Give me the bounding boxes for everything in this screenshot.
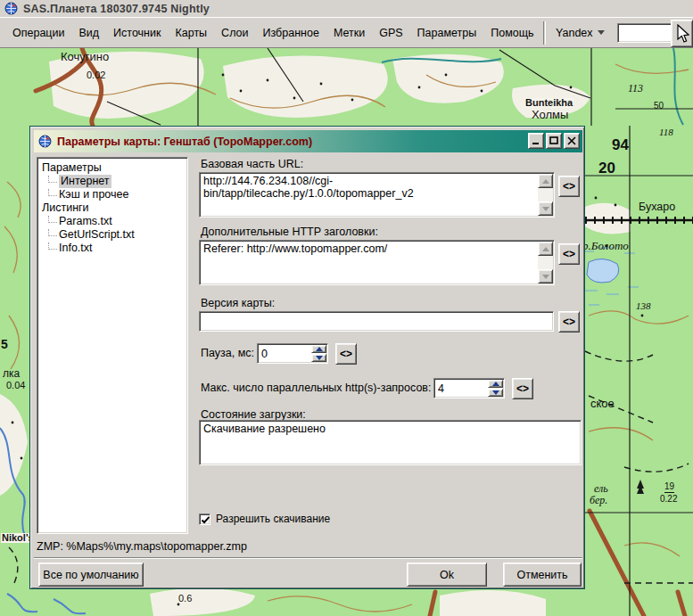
map-label: р.Болото (582, 240, 629, 251)
http-headers-field: Referer: http://www.topomapper.com/ (199, 240, 555, 285)
maximize-icon (549, 136, 558, 145)
minimize-button[interactable] (528, 133, 544, 149)
menu-gps[interactable]: GPS (372, 23, 409, 43)
menubar: Операции Вид Источник Карты Слои Избранн… (0, 17, 693, 48)
tree-node-parameters[interactable]: Параметры (37, 161, 187, 175)
arrow-down-icon (542, 207, 549, 211)
map-label: Бухаро (639, 201, 675, 213)
dialog-separator (34, 557, 582, 559)
spin-up-button[interactable] (488, 380, 503, 388)
scroll-down-button[interactable] (538, 201, 553, 216)
cancel-button[interactable]: Отменить (503, 563, 582, 587)
http-headers-label: Дополнительные HTTP заголовки: (201, 226, 378, 238)
dialog-titlebar[interactable]: Параметры карты: Генштаб (TopoMapper.com… (34, 130, 582, 152)
tree-node-label: Интернет (59, 175, 111, 188)
tree-connector (48, 229, 57, 236)
max-requests-spinner (433, 378, 505, 398)
map-label: лка (3, 368, 20, 379)
menu-operations[interactable]: Операции (5, 23, 71, 43)
max-requests-input[interactable] (435, 380, 487, 397)
close-button[interactable] (564, 133, 580, 149)
arrow-up-icon (542, 247, 549, 251)
tree-node-listings[interactable]: Листинги (37, 201, 187, 215)
map-source-button[interactable]: Yandex (549, 23, 611, 43)
map-params-dialog: Параметры карты: Генштаб (TopoMapper.com… (29, 126, 585, 589)
tree-connector (48, 242, 57, 250)
map-label: 0.02 (87, 70, 105, 80)
chevron-down-icon (598, 30, 605, 35)
base-url-edit-button[interactable]: <> (558, 176, 580, 197)
maximize-button[interactable] (546, 133, 562, 149)
map-version-edit-button[interactable]: <> (558, 311, 580, 333)
spin-up-button[interactable] (311, 345, 326, 353)
pause-input[interactable] (259, 345, 310, 362)
zmp-path: ZMP: %Maps%\my.maps\topomapper.zmp (37, 540, 247, 553)
map-source-label: Yandex (556, 27, 592, 39)
window-titlebar[interactable]: SAS.Планета 180307.9745 Nightly (0, 0, 693, 17)
download-state-textarea[interactable]: Скачивание разрешено (201, 422, 580, 464)
base-url-label: Базовая часть URL: (201, 158, 303, 170)
menu-placemarks[interactable]: Метки (326, 23, 372, 43)
menu-settings[interactable]: Параметры (410, 23, 484, 43)
http-headers-textarea[interactable]: Referer: http://www.topomapper.com/ (201, 242, 553, 283)
pause-spinner (257, 343, 328, 364)
http-headers-edit-button[interactable]: <> (558, 243, 580, 265)
menu-favorites[interactable]: Избранное (256, 23, 326, 43)
tree-node-geturlscript-txt[interactable]: GetUrlScript.txt (37, 228, 187, 242)
scroll-up-button[interactable] (538, 174, 553, 188)
tree-node-info-txt[interactable]: Info.txt (37, 242, 187, 255)
arrow-down-icon (542, 275, 549, 279)
map-version-input[interactable] (201, 313, 552, 330)
menu-help[interactable]: Помощь (483, 23, 540, 43)
tree-node-params-txt[interactable]: Params.txt (37, 215, 187, 228)
map-version-field (199, 311, 554, 332)
map-label: Кочугино (61, 51, 109, 62)
defaults-button[interactable]: Все по умолчанию (38, 563, 144, 587)
pause-edit-button[interactable]: <> (335, 343, 357, 365)
arrow-down-icon (492, 390, 499, 395)
base-url-scrollbar[interactable] (538, 174, 553, 216)
select-tool-button[interactable] (671, 20, 693, 47)
tree-node-label: Кэш и прочее (59, 188, 128, 201)
map-label: 113 (628, 83, 643, 94)
cursor-arrow-icon (675, 24, 689, 44)
download-state-field: Скачивание разрешено (199, 420, 582, 465)
tree-node-label: Params.txt (59, 215, 112, 228)
settings-tree[interactable]: Параметры Интернет Кэш и прочее Листинги… (37, 157, 188, 534)
app-globe-icon (4, 2, 18, 15)
spin-down-button[interactable] (488, 389, 503, 397)
map-label: 118 (659, 127, 673, 137)
ok-button[interactable]: Ok (407, 563, 487, 587)
arrow-up-icon (542, 179, 549, 184)
window-title: SAS.Планета 180307.9745 Nightly (23, 3, 210, 15)
map-label: Bunteikha (524, 98, 573, 108)
base-url-textarea[interactable]: http://144.76.234.108//cgi-bin/tapp/tile… (201, 174, 553, 216)
pause-label: Пауза, мс: (201, 347, 254, 359)
dialog-globe-icon (38, 135, 52, 148)
map-label: Холмы (532, 109, 568, 120)
tree-node-internet[interactable]: Интернет (37, 175, 187, 188)
allow-download-checkbox[interactable] (199, 513, 210, 525)
map-label: 0.6 (178, 594, 192, 604)
max-requests-label: Макс. число параллельных http(s)-запросо… (201, 382, 431, 394)
menu-view[interactable]: Вид (71, 23, 106, 43)
map-label: 50 (654, 102, 664, 111)
check-icon (201, 515, 210, 525)
spin-down-button[interactable] (311, 354, 326, 362)
scroll-down-button[interactable] (538, 269, 553, 283)
tree-node-label: Info.txt (59, 242, 93, 255)
tree-node-cache[interactable]: Кэш и прочее (37, 188, 187, 201)
http-headers-scrollbar[interactable] (538, 242, 553, 283)
dialog-title: Параметры карты: Генштаб (TopoMapper.com… (57, 136, 312, 148)
map-label: 94 (612, 137, 629, 152)
menu-items: Операции Вид Источник Карты Слои Избранн… (0, 18, 540, 47)
menu-layers[interactable]: Слои (214, 23, 255, 43)
map-label: 5 (1, 338, 8, 350)
max-requests-edit-button[interactable]: <> (512, 378, 533, 399)
arrow-up-icon (492, 382, 499, 386)
menu-maps[interactable]: Карты (168, 23, 214, 43)
tree-connector (48, 189, 57, 196)
menu-source[interactable]: Источник (106, 23, 168, 43)
scroll-up-button[interactable] (538, 242, 553, 256)
tree-node-label: Параметры (42, 161, 102, 175)
